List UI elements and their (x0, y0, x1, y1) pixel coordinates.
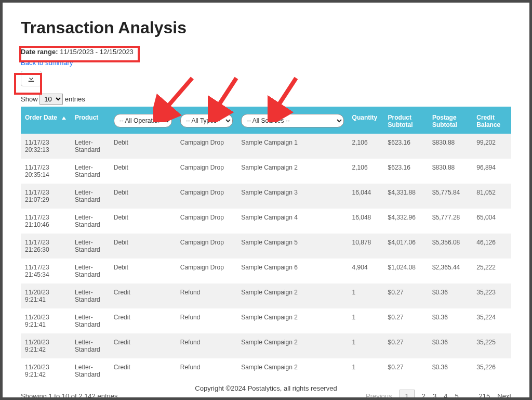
table-row: 11/20/23 9:21:41Letter-StandardCreditRef… (21, 308, 511, 333)
table-row: 11/17/23 21:26:30Letter-StandardDebitCam… (21, 234, 511, 259)
cell-operation: Credit (110, 358, 176, 383)
back-to-summary-link[interactable]: Back to summary (21, 59, 73, 67)
date-range-label: Date range: (21, 48, 58, 56)
filter-operations[interactable]: -- All Operations -- (114, 114, 172, 127)
cell-date: 11/17/23 21:07:29 (21, 184, 71, 209)
cell-quantity: 2,106 (348, 134, 384, 159)
cell-date: 11/17/23 21:45:34 (21, 259, 71, 283)
page-5[interactable]: 5 (455, 392, 458, 400)
cell-product-subtotal: $1,024.08 (384, 259, 428, 283)
cell-source: Sample Campaign 1 (237, 134, 348, 159)
cell-date: 11/20/23 9:21:41 (21, 283, 71, 308)
cell-type: Refund (176, 283, 237, 308)
cell-postage-subtotal: $0.36 (428, 358, 472, 383)
cell-source: Sample Campaign 2 (237, 308, 348, 333)
col-order-date[interactable]: Order Date (21, 107, 71, 134)
cell-date: 11/20/23 9:21:42 (21, 358, 71, 383)
transactions-table: Order Date Product -- All Operations -- … (21, 107, 511, 383)
page-prev[interactable]: Previous (366, 392, 392, 400)
cell-balance: 35,223 (472, 283, 511, 308)
cell-quantity: 4,904 (348, 259, 384, 283)
table-info: Showing 1 to 10 of 2,142 entries (21, 392, 117, 400)
cell-date: 11/20/23 9:21:41 (21, 308, 71, 333)
cell-type: Campaign Drop (176, 209, 237, 234)
cell-product-subtotal: $4,017.06 (384, 234, 428, 259)
col-type: -- All Types -- (176, 107, 237, 134)
cell-quantity: 1 (348, 308, 384, 333)
col-postage-subtotal[interactable]: Postage Subtotal (428, 107, 472, 134)
col-source: -- All Sources -- (237, 107, 348, 134)
cell-quantity: 16,044 (348, 184, 384, 209)
cell-balance: 96,894 (472, 159, 511, 184)
entries-select[interactable]: 10 (39, 94, 63, 105)
cell-source: Sample Campaign 6 (237, 259, 348, 283)
table-row: 11/17/23 21:07:29Letter-StandardDebitCam… (21, 184, 511, 209)
cell-balance: 81,052 (472, 184, 511, 209)
page-next[interactable]: Next (497, 392, 511, 400)
filter-sources[interactable]: -- All Sources -- (241, 114, 343, 127)
cell-postage-subtotal: $5,356.08 (428, 234, 472, 259)
cell-product: Letter-Standard (71, 283, 110, 308)
entries-label: entries (65, 95, 85, 103)
cell-product: Letter-Standard (71, 159, 110, 184)
cell-postage-subtotal: $830.88 (428, 134, 472, 159)
cell-product: Letter-Standard (71, 234, 110, 259)
cell-quantity: 1 (348, 283, 384, 308)
cell-product-subtotal: $623.16 (384, 159, 428, 184)
cell-source: Sample Campaign 4 (237, 209, 348, 234)
table-row: 11/20/23 9:21:42Letter-StandardCreditRef… (21, 358, 511, 383)
cell-product-subtotal: $0.27 (384, 358, 428, 383)
cell-quantity: 10,878 (348, 234, 384, 259)
page-2[interactable]: 2 (422, 392, 425, 400)
cell-operation: Credit (110, 308, 176, 333)
cell-operation: Debit (110, 184, 176, 209)
cell-postage-subtotal: $0.36 (428, 283, 472, 308)
table-row: 11/17/23 20:35:14Letter-StandardDebitCam… (21, 159, 511, 184)
cell-quantity: 2,106 (348, 159, 384, 184)
page-ellipsis: ... (466, 392, 472, 400)
cell-type: Refund (176, 333, 237, 358)
col-operation: -- All Operations -- (110, 107, 176, 134)
cell-balance: 35,225 (472, 333, 511, 358)
download-button[interactable] (21, 71, 42, 86)
page-3[interactable]: 3 (433, 392, 436, 400)
col-product[interactable]: Product (71, 107, 110, 134)
show-label: Show (21, 95, 38, 103)
cell-quantity: 16,048 (348, 209, 384, 234)
col-product-subtotal[interactable]: Product Subtotal (384, 107, 428, 134)
cell-quantity: 1 (348, 333, 384, 358)
table-row: 11/20/23 9:21:42Letter-StandardCreditRef… (21, 333, 511, 358)
date-range: Date range: 11/15/2023 - 12/15/2023 (21, 48, 134, 56)
filter-types[interactable]: -- All Types -- (180, 114, 233, 127)
cell-source: Sample Campaign 2 (237, 283, 348, 308)
cell-operation: Debit (110, 259, 176, 283)
cell-postage-subtotal: $0.36 (428, 333, 472, 358)
col-credit-balance[interactable]: Credit Balance (472, 107, 511, 134)
cell-product-subtotal: $0.27 (384, 308, 428, 333)
cell-date: 11/20/23 9:21:42 (21, 333, 71, 358)
cell-product: Letter-Standard (71, 209, 110, 234)
download-icon (28, 75, 35, 82)
cell-quantity: 1 (348, 358, 384, 383)
cell-product-subtotal: $623.16 (384, 134, 428, 159)
page-215[interactable]: 215 (479, 392, 490, 400)
cell-postage-subtotal: $5,775.84 (428, 184, 472, 209)
cell-date: 11/17/23 20:35:14 (21, 159, 71, 184)
cell-balance: 99,202 (472, 134, 511, 159)
cell-product: Letter-Standard (71, 358, 110, 383)
cell-type: Campaign Drop (176, 134, 237, 159)
col-quantity[interactable]: Quantity (348, 107, 384, 134)
cell-source: Sample Campaign 2 (237, 333, 348, 358)
date-range-value: 11/15/2023 - 12/15/2023 (60, 48, 134, 56)
cell-operation: Debit (110, 209, 176, 234)
table-row: 11/17/23 20:32:13Letter-StandardDebitCam… (21, 134, 511, 159)
cell-source: Sample Campaign 2 (237, 358, 348, 383)
cell-date: 11/17/23 21:26:30 (21, 234, 71, 259)
cell-date: 11/17/23 20:32:13 (21, 134, 71, 159)
cell-product-subtotal: $4,331.88 (384, 184, 428, 209)
cell-balance: 35,226 (472, 358, 511, 383)
cell-product-subtotal: $0.27 (384, 333, 428, 358)
cell-balance: 65,004 (472, 209, 511, 234)
entries-length: Show 10 entries (21, 94, 511, 105)
page-4[interactable]: 4 (444, 392, 447, 400)
